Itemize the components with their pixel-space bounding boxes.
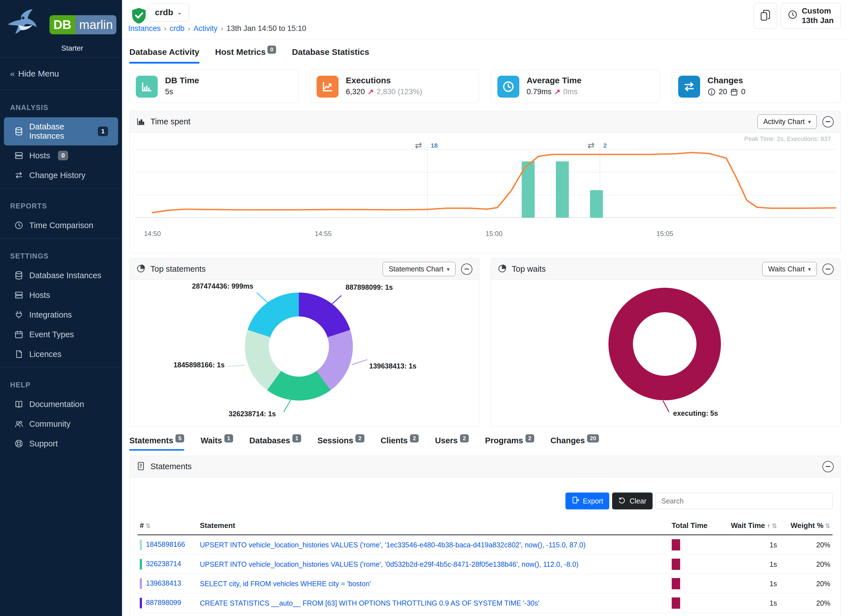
detail-tab-clients[interactable]: Clients2 <box>381 436 419 451</box>
donut-slice-label: 326238714: 1s <box>228 410 276 418</box>
donut-chart[interactable] <box>608 288 721 400</box>
detail-tab-label: Waits <box>200 436 222 447</box>
collapse-top-statements-button[interactable] <box>461 264 472 275</box>
statements-table-header-row: #⇅ Statement Total Time Wait Time ↑⇅ Wei… <box>138 517 833 535</box>
marlin-fish-icon <box>6 7 45 42</box>
time-spent-chart: Peak Time: 2s, Executions: 837 ⇄18⇄214:5… <box>130 132 841 253</box>
statement-text-link[interactable]: CREATE STATISTICS __auto__ FROM [63] WIT… <box>200 599 539 607</box>
sidebar-item-database-instances[interactable]: Database Instances <box>4 266 118 285</box>
sidebar-item-hosts[interactable]: Hosts <box>4 285 118 304</box>
detail-tab-label: Clients <box>381 436 408 447</box>
label-leader-line <box>663 401 669 413</box>
table-row: 1845898166UPSERT INTO vehicle_location_h… <box>138 535 833 555</box>
export-icon <box>572 496 580 506</box>
sidebar-item-change-history[interactable]: Change History <box>4 166 118 185</box>
detail-tab-changes[interactable]: Changes20 <box>550 436 599 451</box>
table-row: 287474436UPSERT INTO vehicle_location_hi… <box>138 613 833 616</box>
statement-id-link[interactable]: 326238714 <box>146 560 181 568</box>
sidebar-item-badge: 1 <box>98 126 108 136</box>
breadcrumb-instances[interactable]: Instances <box>128 24 161 33</box>
export-button[interactable]: Export <box>565 493 609 509</box>
annotation-change-count: 2 <box>603 142 607 149</box>
donut-slice-label: executing: 5s <box>673 409 718 417</box>
sidebar-item-licences[interactable]: Licences <box>4 344 118 364</box>
sidebar-item-integrations[interactable]: Integrations <box>4 305 118 324</box>
detail-tab-programs[interactable]: Programs2 <box>485 436 534 451</box>
instance-selector[interactable]: crdb ⌄ <box>148 3 189 21</box>
detail-tab-label: Sessions <box>317 436 353 447</box>
col-weight[interactable]: Weight %⇅ <box>779 517 833 535</box>
cell-statement: UPSERT INTO vehicle_location_histories V… <box>198 613 669 616</box>
breadcrumb-crdb[interactable]: crdb <box>170 24 185 33</box>
event-icon <box>14 330 24 339</box>
tab-database-statistics[interactable]: Database Statistics <box>292 47 369 64</box>
detail-tab-sessions[interactable]: Sessions2 <box>317 436 364 451</box>
sidebar-item-documentation[interactable]: Documentation <box>4 395 118 414</box>
collapse-top-waits-button[interactable] <box>823 264 834 275</box>
statement-id-link[interactable]: 139638413 <box>146 579 181 587</box>
statement-text-link[interactable]: UPSERT INTO vehicle_location_histories V… <box>200 541 586 549</box>
statement-text-link[interactable]: UPSERT INTO vehicle_location_histories V… <box>200 560 579 568</box>
detail-tab-waits[interactable]: Waits1 <box>200 436 233 451</box>
statements-table: #⇅ Statement Total Time Wait Time ↑⇅ Wei… <box>138 517 833 616</box>
statement-id-link[interactable]: 1845898166 <box>146 540 185 548</box>
clear-button[interactable]: Clear <box>612 493 652 509</box>
cell-id: 887898099 <box>138 594 198 613</box>
undo-icon <box>618 496 626 506</box>
detail-tab-badge: 2 <box>460 434 469 442</box>
time-range-button[interactable]: Custom 13th Jan <box>781 3 841 29</box>
sidebar-item-support[interactable]: Support <box>4 434 118 453</box>
sidebar-item-hosts[interactable]: Hosts0 <box>4 146 118 165</box>
sidebar-section-analysis: ANALYSISDatabase Instances1Hosts0Change … <box>0 90 122 189</box>
col-id[interactable]: #⇅ <box>138 517 198 535</box>
statement-id-link[interactable]: 887898099 <box>146 598 181 606</box>
top-statements-panel: Top statements Statements Chart ▾ 287474… <box>129 258 479 426</box>
sidebar-item-event-types[interactable]: Event Types <box>4 325 118 344</box>
sidebar-item-time-comparison[interactable]: Time Comparison <box>4 216 118 235</box>
metric-card-title: Executions <box>346 76 422 85</box>
col-total-time[interactable]: Total Time <box>669 517 718 535</box>
hide-menu-button[interactable]: « Hide Menu <box>0 58 122 90</box>
detail-tab-badge: 20 <box>587 434 599 442</box>
detail-tab-statements[interactable]: Statements5 <box>129 436 184 451</box>
statements-chart-label: Statements Chart <box>388 265 443 273</box>
waits-chart-select[interactable]: Waits Chart ▾ <box>762 262 817 276</box>
calendar-icon <box>730 88 738 96</box>
top-waits-chart: executing: 5s <box>491 280 841 426</box>
search-input[interactable] <box>655 493 833 509</box>
peak-label: Peak Time: 2s, Executions: 837 <box>744 135 831 142</box>
donut-chart[interactable] <box>245 292 353 401</box>
detail-tab-users[interactable]: Users2 <box>435 436 469 451</box>
statement-text-link[interactable]: SELECT city, id FROM vehicles WHERE city… <box>200 580 371 588</box>
cell-statement: UPSERT INTO vehicle_location_histories V… <box>198 535 669 555</box>
activity-chart-select[interactable]: Activity Chart ▾ <box>758 114 817 129</box>
statements-title: Statements <box>150 462 192 471</box>
copy-button[interactable] <box>753 3 777 29</box>
col-statement[interactable]: Statement <box>198 517 669 535</box>
donut-slice-label: 139638413: 1s <box>369 362 417 370</box>
brand-marlin: marlin <box>76 15 116 34</box>
tab-database-activity[interactable]: Database Activity <box>129 47 199 64</box>
pie-chart-icon <box>498 264 507 274</box>
sidebar-item-label: Event Types <box>29 330 74 339</box>
cell-total-time <box>669 555 718 574</box>
breadcrumb-activity[interactable]: Activity <box>193 24 218 33</box>
sidebar-item-database-instances[interactable]: Database Instances1 <box>4 117 118 145</box>
x-axis-tick: 15:00 <box>486 230 503 237</box>
tab-host-metrics[interactable]: Host Metrics0 <box>215 47 276 64</box>
database-icon <box>14 126 24 136</box>
sidebar-item-label: Time Comparison <box>29 221 93 230</box>
activity-chart-svg[interactable]: ⇄18⇄214:5014:5515:0015:05 <box>130 132 841 253</box>
collapse-statements-button[interactable] <box>823 461 834 472</box>
detail-tab-badge: 2 <box>410 434 419 442</box>
metric-card-value-row: 0.79ms↗0ms <box>526 88 581 96</box>
collapse-time-spent-button[interactable] <box>823 116 834 128</box>
breadcrumb: Instances›crdb›Activity›13th Jan 14:50 t… <box>128 24 306 33</box>
sidebar-item-community[interactable]: Community <box>4 414 118 433</box>
swap-icon <box>678 76 700 98</box>
statements-chart-select[interactable]: Statements Chart ▾ <box>382 262 455 276</box>
detail-tab-databases[interactable]: Databases1 <box>249 436 301 451</box>
detail-tab-badge: 1 <box>224 434 233 442</box>
col-wait-time[interactable]: Wait Time ↑⇅ <box>718 517 779 535</box>
breadcrumb-separator-icon: › <box>188 25 190 33</box>
